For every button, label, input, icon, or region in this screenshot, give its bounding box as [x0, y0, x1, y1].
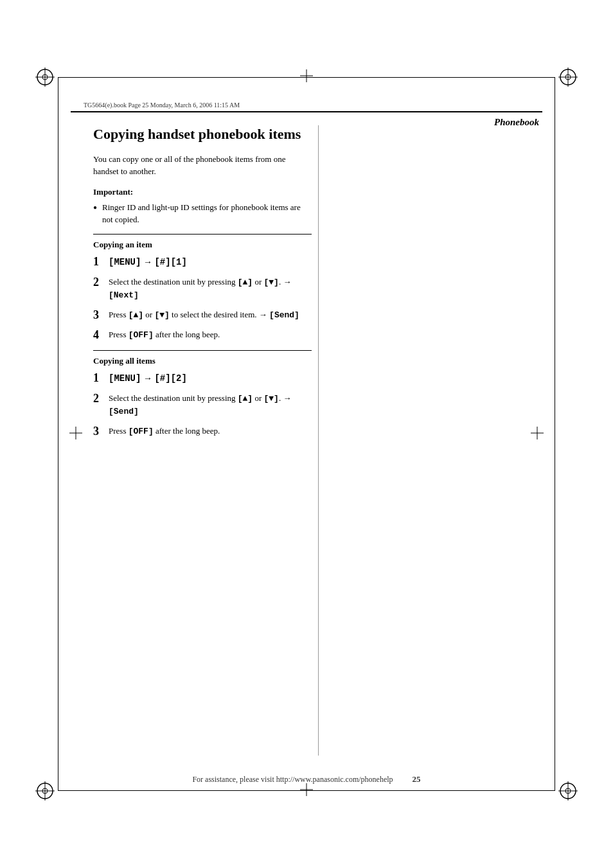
page-border-left: [58, 77, 58, 791]
page-number: 25: [413, 774, 421, 784]
cross-left-center: [69, 427, 82, 442]
page-title: Copying handset phonebook items: [93, 125, 312, 144]
step-number-4: 4: [93, 328, 105, 342]
section-rule-1: [93, 234, 312, 235]
step-copy-all-3: 3 Press [OFF] after the long beep.: [93, 425, 312, 439]
step-copy-item-4: 4 Press [OFF] after the long beep.: [93, 328, 312, 342]
page-border-right: [555, 77, 555, 791]
step-all-number-1: 1: [93, 371, 105, 385]
step-number-2: 2: [93, 276, 105, 290]
step-copy-item-2: 2 Select the destination unit by pressin…: [93, 276, 312, 302]
section-header-label: Phonebook: [494, 117, 539, 128]
page-border-top: [58, 77, 555, 78]
step-all-content-3: Press [OFF] after the long beep.: [109, 425, 312, 438]
step-copy-all-1: 1 [MENU] → [#][2]: [93, 371, 312, 385]
copying-an-item-title: Copying an item: [93, 240, 312, 250]
section-rule-2: [93, 350, 312, 351]
intro-text: You can copy one or all of the phonebook…: [93, 153, 312, 178]
footer: For assistance, please visit http://www.…: [71, 774, 542, 784]
step-copy-item-1: 1 [MENU] → [#][1]: [93, 255, 312, 269]
cross-right-center: [531, 427, 544, 442]
step-all-number-3: 3: [93, 425, 105, 439]
important-label: Important:: [93, 187, 312, 197]
step-all-content-2: Select the destination unit by pressing …: [109, 392, 312, 418]
page-border-bottom: [58, 790, 555, 791]
step-all-number-2: 2: [93, 392, 105, 406]
step-content-4: Press [OFF] after the long beep.: [109, 328, 312, 342]
content-divider: [318, 125, 319, 756]
step-copy-all-2: 2 Select the destination unit by pressin…: [93, 392, 312, 418]
footer-assistance-text: For assistance, please visit http://www.…: [192, 775, 393, 784]
copying-all-items-section: Copying all items 1 [MENU] → [#][2] 2 Se…: [93, 356, 312, 439]
top-rule: [71, 111, 542, 112]
step-content-1: [MENU] → [#][1]: [109, 255, 312, 269]
step-content-3: Press [▲] or [▼] to select the desired i…: [109, 308, 312, 322]
header-bar: TG5664(e).book Page 25 Monday, March 6, …: [71, 100, 542, 110]
reg-mark-top-right: [558, 67, 578, 87]
cross-bottom-center: [300, 783, 313, 799]
step-number-3: 3: [93, 308, 105, 323]
reg-mark-top-left: [35, 67, 55, 87]
step-all-content-1: [MENU] → [#][2]: [109, 371, 312, 385]
step-copy-item-3: 3 Press [▲] or [▼] to select the desired…: [93, 308, 312, 323]
print-info: TG5664(e).book Page 25 Monday, March 6, …: [84, 102, 240, 109]
copying-an-item-section: Copying an item 1 [MENU] → [#][1] 2 Sele…: [93, 240, 312, 342]
step-number-1: 1: [93, 255, 105, 269]
copying-all-items-title: Copying all items: [93, 356, 312, 366]
reg-mark-bottom-left: [35, 781, 55, 801]
important-bullet-1: Ringer ID and light-up ID settings for p…: [93, 201, 312, 226]
main-content: Copying handset phonebook items You can …: [93, 125, 312, 445]
step-content-2: Select the destination unit by pressing …: [109, 276, 312, 302]
reg-mark-bottom-right: [558, 781, 578, 801]
important-section: Important: Ringer ID and light-up ID set…: [93, 187, 312, 226]
